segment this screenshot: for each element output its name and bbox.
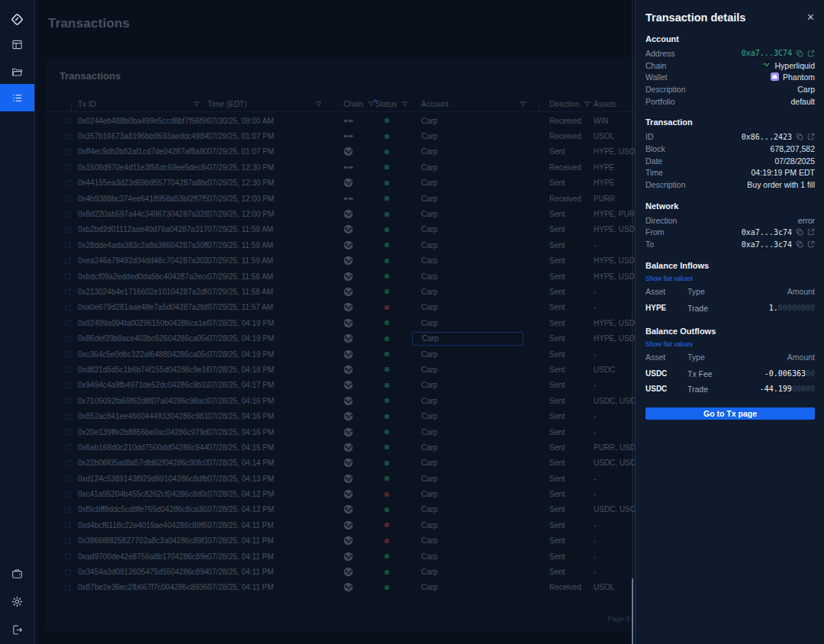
account-cell[interactable]: Carp [412,534,534,548]
external-link-icon[interactable] [807,228,815,236]
table-row[interactable]: 0x1508d970e4d11e3f56dc69ee5dec8453...07/… [46,159,658,175]
external-link-icon[interactable] [58,365,78,373]
table-row[interactable]: 0x92499a094fa00296150b04286ca1e802...07/… [46,315,658,330]
external-link-icon[interactable] [58,491,78,498]
tx-id-cell[interactable]: 0x8d220ab597a44c34967304287a329801... [78,210,208,218]
tx-id-cell[interactable]: 0xea246a78492d34dd48c704287a302402... [78,256,208,265]
external-link-icon[interactable] [58,552,78,560]
account-cell[interactable]: Carp [412,145,534,159]
tx-id-cell[interactable]: 0xd821d5d5c1b6b74f155d04286c9e16013... [78,365,208,374]
table-row[interactable]: 0x357b16673a8196bb9593aeddc498433a...07/… [46,128,658,143]
external-link-icon[interactable] [58,179,78,187]
account-cell[interactable]: Carp [412,425,534,439]
external-link-icon[interactable] [58,350,78,358]
external-link-icon[interactable] [58,241,78,249]
filter-icon[interactable] [315,101,322,108]
table-row[interactable]: 0xd124c5389143f929d99104286c8dfb020...07… [46,471,658,486]
tx-id-cell[interactable]: 0xff4ec9db2b82af1cd7de04287af8a90127... [78,147,208,156]
table-row[interactable]: 0x22b06f05ad8a57dfd62f04286c90fc020...07… [46,456,658,471]
account-cell[interactable]: Carp [412,503,534,517]
copy-icon[interactable] [796,50,803,57]
tx-id-cell[interactable]: 0x852ac841ee466044493304286c981e01... [78,412,208,420]
table-row[interactable]: 0x852ac841ee466044493304286c981e01...07/… [46,408,658,423]
tx-id-cell[interactable]: 0xd4bcf6118c22e4019ae404286c89f6019... [78,521,208,530]
account-cell[interactable]: Carp [412,301,534,314]
external-link-icon[interactable] [58,568,78,576]
account-cell[interactable]: Carp [412,269,534,283]
tx-id-cell[interactable]: 0xc41a95204b455c8262cf04286c8d0c01... [78,490,208,498]
table-row[interactable]: 0x3866f8825827702a8c3a04286c89f101a...07… [46,533,658,549]
account-cell[interactable]: Carp [412,488,534,501]
account-cell[interactable]: Carp [412,565,534,579]
table-row[interactable]: 0x213024b4e1716602e10104287a2dfc020...07… [46,284,658,299]
external-link-icon[interactable] [58,195,78,202]
account-cell[interactable]: Carp [412,378,534,392]
copy-icon[interactable] [796,240,803,248]
account-cell[interactable]: Carp [412,114,534,127]
account-cell[interactable]: Carp [412,332,523,346]
account-cell[interactable]: Carp [412,176,534,190]
external-link-icon[interactable] [58,117,78,124]
sidebar-item-wallet[interactable] [0,560,34,588]
external-link-icon[interactable] [58,133,78,140]
table-row[interactable]: 0x44155ea3d23d69b9557704287a8bc102...07/… [46,175,658,191]
table-row[interactable]: 0x87be2e36ec2fb667f7c004286c8936012...07… [46,580,658,595]
account-cell[interactable]: Carp [412,208,534,221]
tx-id-cell[interactable]: 0x3454a3d0912605475d5504286c894601... [78,568,208,576]
sidebar-item-settings[interactable] [0,588,34,615]
tx-id-cell[interactable]: 0xb2bd2d01112aae40d76a04287a3174020... [78,225,208,233]
table-row[interactable]: 0xc364c5e0dbc322af648804286ca05c01...07/… [46,346,658,362]
external-link-icon[interactable] [58,304,78,311]
account-cell[interactable]: Carp [412,285,534,298]
external-link-icon[interactable] [58,584,78,591]
table-row[interactable]: 0xa0e679d281aae48e7a5d04287a2b8902...07/… [46,300,658,315]
external-link-icon[interactable] [58,506,78,514]
show-fiat-values-link[interactable]: Show fiat values [645,340,693,348]
external-link-icon[interactable] [58,382,78,389]
external-link-icon[interactable] [58,443,78,451]
external-link-icon[interactable] [58,148,78,156]
external-link-icon[interactable] [58,335,78,343]
table-row[interactable]: 0x4b9388bc374ee6418958a53bf2ff7f59f7...0… [46,191,658,206]
tx-id-cell[interactable]: 0x6ab168d0c210dd7500dd04286c944d0... [78,443,208,452]
table-row[interactable]: 0xb2bd2d01112aae40d76a04287a3174020...07… [46,222,658,237]
external-link-icon[interactable] [58,475,78,482]
table-row[interactable]: 0xd4bcf6118c22e4019ae404286c89f6019...07… [46,517,658,533]
account-cell[interactable]: Carp [412,456,534,470]
column-header-time[interactable]: Time (EDT) [208,100,330,108]
tx-id-cell[interactable]: 0xbdcf09a2edded0da5bc404287a2ecc02... [78,272,208,281]
filter-icon[interactable] [193,101,200,108]
filter-icon[interactable] [520,101,526,108]
go-to-tx-page-button[interactable]: Go to Tx page [645,407,815,420]
external-link-icon[interactable] [807,50,815,57]
table-row[interactable]: 0x86def39b8ace403bc62604286ca05e0...07/2… [46,330,658,346]
external-link-icon[interactable] [58,459,78,467]
account-cell[interactable]: Carp [412,160,534,174]
column-header-status[interactable]: Status [374,100,412,108]
table-row[interactable]: 0xad9700de42e8756a8b1704286c89ee01...07/… [46,549,658,564]
tx-id-cell[interactable]: 0xa0e679d281aae48e7a5d04287a2b8902... [78,303,208,311]
external-link-icon[interactable] [58,428,78,436]
table-row[interactable]: 0x8d220ab597a44c34967304287a329801...07/… [46,206,658,221]
tx-id-cell[interactable]: 0x20e139ffe2b8856be0ac04286c979d02... [78,428,208,436]
table-row[interactable]: 0x28dde4ada383c2a8a38604287a30ff02...07/… [46,237,658,253]
account-cell[interactable]: Carp [412,518,534,532]
sidebar-item-transactions[interactable] [0,84,34,111]
show-fiat-values-link[interactable]: Show fiat values [645,275,693,282]
external-link-icon[interactable] [58,537,78,545]
tx-id-cell[interactable]: 0xc364c5e0dbc322af648804286ca05c01... [78,350,208,359]
copy-icon[interactable] [796,228,803,236]
external-link-icon[interactable] [58,163,78,171]
sidebar-item-dashboard[interactable] [0,31,34,58]
external-link-icon[interactable] [58,397,78,404]
external-link-icon[interactable] [807,240,815,248]
account-cell[interactable]: Carp [412,549,534,563]
tx-id-cell[interactable]: 0x0244eb488b0ba499e5ccd8bf7f56f908... [78,117,208,125]
scrollbar-thumb[interactable] [632,578,633,644]
tx-id-cell[interactable]: 0x22b06f05ad8a57dfd62f04286c90fc020... [78,459,208,467]
external-link-icon[interactable] [58,521,78,529]
table-row[interactable]: 0x7105092fa69f62d8f07a04286c98ac01b...07… [46,393,658,408]
column-header-direction[interactable]: Direction [534,100,581,108]
account-cell[interactable]: Carp [412,410,534,423]
tx-id-cell[interactable]: 0xad9700de42e8756a8b1704286c89ee01... [78,552,208,561]
